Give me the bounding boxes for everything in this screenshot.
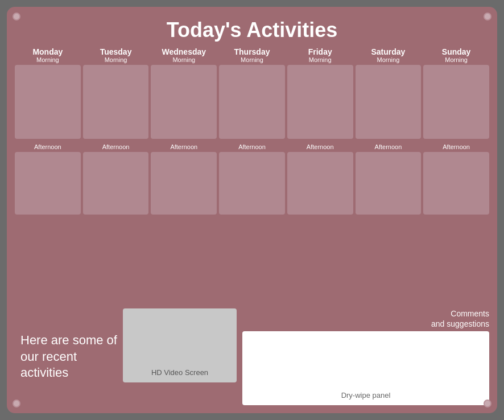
sunday-header: Sunday Morning	[442, 48, 471, 63]
tuesday-morning-cell	[83, 65, 149, 139]
comments-drywipe-section: Commentsand suggestions Dry-wipe panel	[242, 308, 489, 405]
wednesday-afternoon-column: Afternoon	[151, 141, 217, 215]
wednesday-afternoon-cell	[151, 152, 217, 215]
wednesday-morning-cell	[151, 65, 217, 139]
video-screen-label: HD Video Screen	[151, 368, 208, 377]
saturday-morning-cell	[356, 65, 422, 139]
tuesday-afternoon-cell	[83, 152, 149, 215]
monday-morning-cell	[15, 65, 81, 139]
screw-top-right	[484, 13, 491, 20]
tuesday-afternoon-column: Afternoon	[83, 141, 149, 215]
thursday-header: Thursday Morning	[234, 48, 270, 63]
screw-top-left	[13, 13, 20, 20]
friday-afternoon-column: Afternoon	[287, 141, 353, 215]
tuesday-morning-column: Tuesday Morning	[83, 48, 149, 139]
comments-label: Commentsand suggestions	[242, 308, 489, 329]
friday-header: Friday Morning	[308, 48, 332, 63]
sunday-morning-column: Sunday Morning	[423, 48, 489, 139]
thursday-morning-column: Thursday Morning	[219, 48, 285, 139]
saturday-afternoon-cell	[356, 152, 422, 215]
sunday-afternoon-column: Afternoon	[423, 141, 489, 215]
sunday-afternoon-cell	[423, 152, 489, 215]
thursday-afternoon-cell	[219, 152, 285, 215]
wednesday-morning-column: Wednesday Morning	[151, 48, 217, 139]
monday-afternoon-cell	[15, 152, 81, 215]
afternoon-grid: Afternoon Afternoon Afternoon Afternoon …	[15, 141, 489, 215]
saturday-afternoon-column: Afternoon	[356, 141, 422, 215]
drywipe-panel: Dry-wipe panel	[242, 331, 489, 405]
video-screen: HD Video Screen	[123, 308, 237, 382]
saturday-header: Saturday Morning	[371, 48, 405, 63]
bottom-section: Here are some of our recent activities H…	[15, 308, 489, 405]
monday-header: Monday Morning	[32, 48, 63, 63]
recent-activities-label: Here are some of our recent activities	[15, 332, 117, 381]
saturday-morning-column: Saturday Morning	[356, 48, 422, 139]
thursday-morning-cell	[219, 65, 285, 139]
screw-bottom-left	[13, 400, 20, 407]
friday-afternoon-cell	[287, 152, 353, 215]
tuesday-header: Tuesday Morning	[100, 48, 132, 63]
thursday-afternoon-column: Afternoon	[219, 141, 285, 215]
drywipe-label: Dry-wipe panel	[341, 391, 391, 400]
sunday-morning-cell	[423, 65, 489, 139]
morning-grid: Monday Morning Tuesday Morning Wednesday…	[15, 48, 489, 139]
monday-afternoon-column: Afternoon	[15, 141, 81, 215]
friday-morning-column: Friday Morning	[287, 48, 353, 139]
wednesday-header: Wednesday Morning	[162, 48, 206, 63]
calendar-area: Monday Morning Tuesday Morning Wednesday…	[15, 48, 489, 304]
friday-morning-cell	[287, 65, 353, 139]
monday-morning-column: Monday Morning	[15, 48, 81, 139]
page-title: Today's Activities	[15, 14, 489, 48]
activity-board: Today's Activities Monday Morning Tuesda…	[7, 7, 497, 413]
screw-bottom-right	[484, 400, 491, 407]
